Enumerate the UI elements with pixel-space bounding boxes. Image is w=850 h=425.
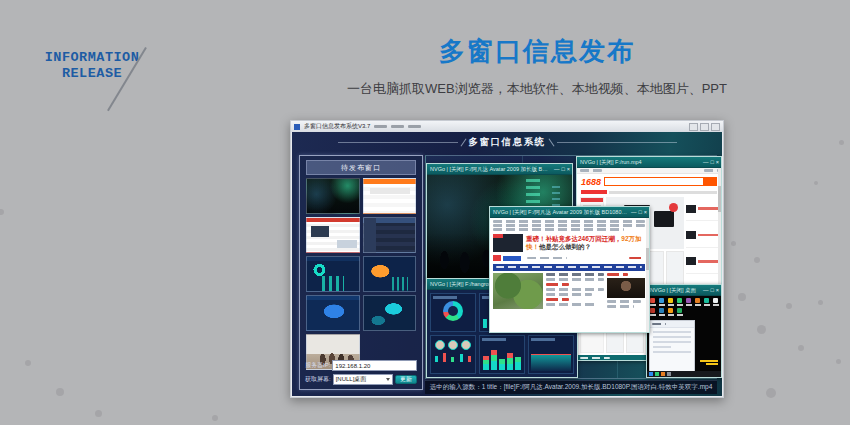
status-bar: 选中的输入源数：1 title：[file]F:/阿凡达.Avatar.2009… [425, 380, 717, 394]
news-photo-aerial[interactable] [493, 273, 543, 309]
stacked-bars-panel [479, 335, 525, 374]
news-link-grid[interactable] [493, 220, 645, 231]
nav-items[interactable] [609, 191, 717, 194]
scrollbar[interactable] [646, 218, 649, 332]
bg-dot [754, 257, 760, 263]
server-ip-label: 服务器IP: [305, 361, 330, 370]
bg-dot [731, 241, 736, 246]
status-text: 选中的输入源数：1 title：[file]F:/阿凡达.Avatar.2009… [430, 383, 713, 392]
thumbnail-news-webpage[interactable] [306, 217, 360, 253]
os-window-title: 多窗口信息发布系统V3.7 [304, 122, 370, 131]
menu-item-placeholder[interactable] [374, 125, 387, 128]
bg-dot [786, 303, 792, 309]
desktop-icons[interactable] [649, 298, 719, 316]
window-desktop-capture[interactable]: NVGo | [关闭] 桌面 — □ × [646, 284, 722, 378]
thumbnail-dashboard-blue-map[interactable] [306, 295, 360, 331]
window-shop-title: NVGo | [关闭] F:/run.mp4 [577, 159, 703, 166]
bg-dot [798, 345, 804, 351]
thumbnail-dark-software[interactable] [363, 217, 417, 253]
header-slash-right [548, 139, 554, 147]
brand-logo: INFORMATION RELEASE [36, 50, 148, 82]
page-title: 多窗口信息发布 [287, 34, 787, 69]
thumbnail-dashboard-teal-map[interactable] [363, 295, 417, 331]
bg-dot [56, 388, 64, 396]
maximize-button[interactable] [700, 123, 709, 131]
desktop-content[interactable] [647, 296, 721, 377]
pending-windows-header: 待发布窗口 [306, 160, 416, 175]
page: INFORMATION RELEASE 多窗口信息发布 一台电脑抓取WEB浏览器… [0, 0, 850, 425]
news-content[interactable]: 重磅！补贴竟多达246万回迁潮，92万加快！他是怎么做到的？ [490, 218, 649, 332]
nav-item-active[interactable] [581, 190, 607, 194]
window-shop-titlebar[interactable]: NVGo | [关闭] F:/run.mp4 — □ × [577, 157, 721, 168]
bg-dot [212, 415, 218, 421]
promo-badge [669, 203, 678, 212]
bg-dot [757, 325, 766, 334]
app-window: 多窗口信息发布系统V3.7 多窗口信息系统 待发布窗口 [290, 120, 724, 398]
maximize-icon[interactable]: □ [710, 158, 713, 166]
bg-dot [814, 181, 818, 185]
minimize-icon[interactable]: — [631, 208, 637, 216]
news-video-thumb[interactable] [607, 278, 645, 298]
chevron-down-icon [386, 378, 390, 381]
bg-dot [836, 359, 841, 364]
server-ip-input[interactable] [332, 360, 417, 371]
minimize-icon[interactable]: — [554, 165, 560, 173]
menu-item-placeholder[interactable] [391, 125, 404, 128]
news-video-column[interactable] [607, 273, 645, 331]
minimize-icon[interactable]: — [703, 286, 709, 294]
window-news-browser[interactable]: NVGo | [关闭] F:/阿凡达 Avatar 2009 加长版 BD108… [489, 206, 650, 333]
headline-dark: 他是怎么做到的？ [539, 243, 591, 250]
news-navbar[interactable] [493, 264, 645, 271]
maximize-icon[interactable]: □ [638, 208, 641, 216]
pending-windows-panel: 待发布窗口 服务器IP: [299, 155, 423, 390]
close-icon[interactable]: × [567, 165, 570, 173]
maximize-icon[interactable]: □ [710, 286, 713, 294]
text-placeholder [580, 357, 610, 359]
window-video-titlebar[interactable]: NVGo | [关闭] F:/阿凡达 Avatar 2009 加长版 BD108… [427, 164, 572, 175]
menu-item-placeholder[interactable] [408, 125, 421, 128]
area-chart-panel [528, 335, 574, 374]
taskbar[interactable] [647, 371, 721, 377]
thumbnail-dashboard-orange-map[interactable] [363, 256, 417, 292]
bg-dot [839, 140, 844, 145]
close-icon[interactable]: × [716, 286, 719, 294]
os-titlebar[interactable]: 多窗口信息发布系统V3.7 [291, 121, 723, 132]
thumbnail-night-street-video[interactable] [306, 178, 360, 214]
screen-select-value: [NULL]桌面 [336, 375, 367, 384]
minimize-icon[interactable]: — [703, 158, 709, 166]
thumbnail-dashboard-donut[interactable] [306, 256, 360, 292]
shop-logo[interactable]: 1688 [581, 177, 601, 187]
close-icon[interactable]: × [716, 158, 719, 166]
thumbnail-orange-webpage[interactable] [363, 178, 417, 214]
window-desktop-titlebar[interactable]: NVGo | [关闭] 桌面 — □ × [647, 285, 721, 296]
window-video-title: NVGo | [关闭] F:/阿凡达 Avatar 2009 加长版 BD108… [427, 166, 554, 173]
bg-dot [25, 360, 31, 366]
screen-select[interactable]: [NULL]桌面 [333, 374, 393, 385]
maximize-icon[interactable]: □ [561, 165, 564, 173]
bg-dot [818, 300, 823, 305]
search-button[interactable] [703, 178, 716, 185]
area-chart [531, 354, 571, 371]
minimize-button[interactable] [689, 123, 698, 131]
chat-app-window[interactable] [649, 320, 695, 377]
search-input[interactable] [604, 177, 717, 186]
text-placeholder [580, 169, 602, 172]
headline-image[interactable] [493, 234, 523, 252]
avatars-panel [430, 335, 476, 374]
news-article-list[interactable] [546, 273, 604, 331]
update-button[interactable]: 更新 [395, 375, 417, 384]
header-line-left [338, 142, 458, 143]
bg-dot [0, 209, 4, 215]
brand-logo-line1: INFORMATION [36, 50, 148, 66]
close-icon[interactable]: × [644, 208, 647, 216]
site-logo-icon [493, 255, 501, 261]
donut-chart-panel [430, 293, 476, 332]
header-line-right [557, 142, 677, 143]
news-headline[interactable]: 重磅！补贴竟多达246万回迁潮，92万加快！他是怎么做到的？ [526, 235, 645, 251]
header-slash-left [460, 139, 466, 147]
window-news-titlebar[interactable]: NVGo | [关闭] F:/阿凡达 Avatar 2009 加长版 BD108… [490, 207, 649, 218]
product-image [654, 211, 674, 227]
bg-dot [766, 388, 776, 398]
close-button[interactable] [711, 123, 720, 131]
screen-label: 获取屏幕: [305, 375, 331, 384]
